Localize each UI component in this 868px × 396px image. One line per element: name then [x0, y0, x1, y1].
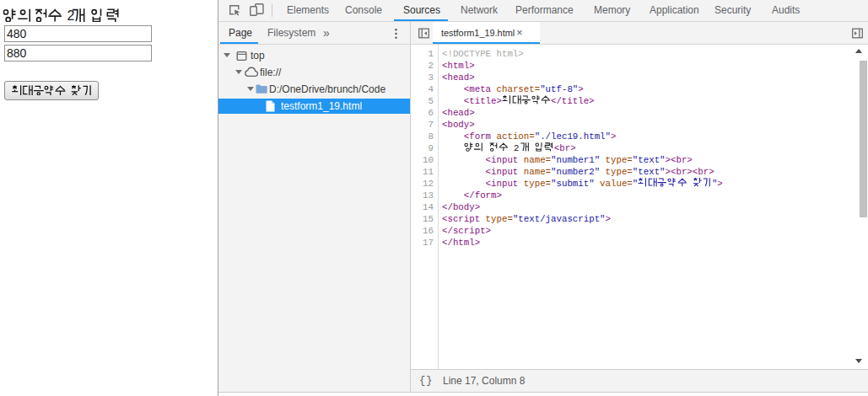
svg-text:2: 2: [67, 8, 75, 22]
